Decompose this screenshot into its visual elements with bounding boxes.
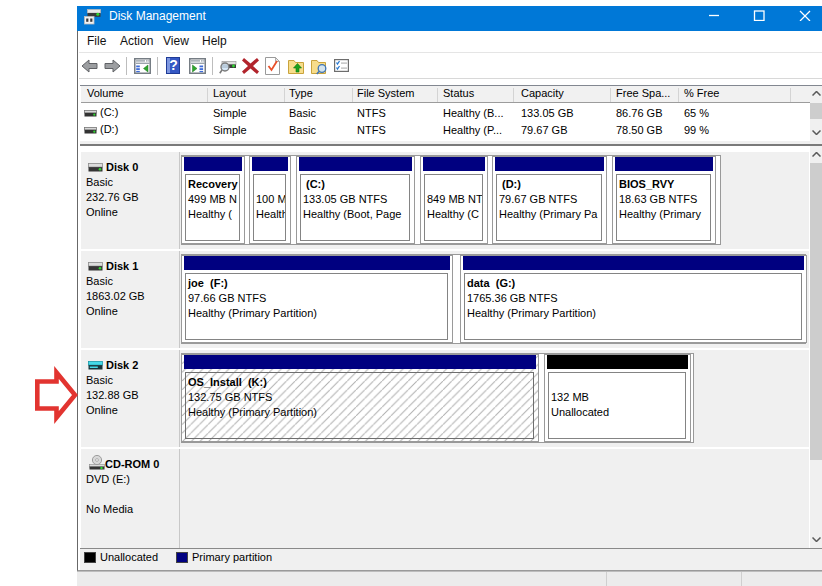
svg-text:?: ? [169,57,178,73]
